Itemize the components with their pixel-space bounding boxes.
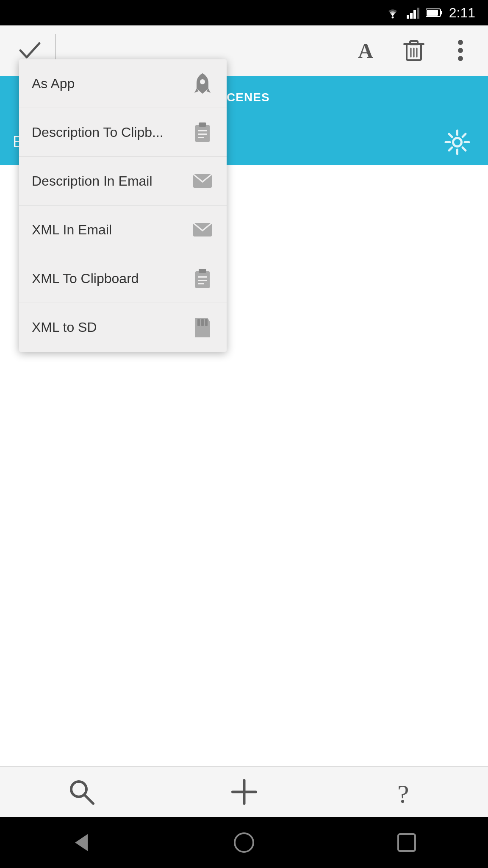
menu-item-as-app-label: As App [32,76,191,92]
help-button[interactable]: ? [385,771,428,813]
add-button[interactable] [223,771,265,813]
status-time: 2:11 [449,5,475,21]
svg-line-25 [463,134,466,137]
svg-rect-40 [197,319,200,326]
delete-button[interactable] [399,36,429,66]
svg-rect-30 [198,130,207,131]
menu-item-xml-clipboard-label: XML To Clipboard [32,271,191,287]
wifi-icon [385,7,400,19]
svg-rect-50 [398,834,415,851]
svg-rect-3 [413,10,416,19]
add-icon [230,778,258,806]
menu-item-xml-sd-label: XML to SD [32,320,191,335]
back-icon [71,832,92,853]
nav-bar [0,817,488,868]
svg-rect-41 [201,319,204,326]
font-button[interactable]: A [352,36,382,66]
svg-rect-38 [198,280,207,281]
svg-rect-4 [417,8,419,19]
trash-icon [403,39,424,62]
rocket-icon [191,72,214,95]
sd-card-icon [191,316,214,339]
svg-marker-48 [75,834,88,851]
search-icon [68,778,95,806]
font-icon: A [356,39,379,62]
bottom-bar: ? [0,766,488,817]
check-icon [18,39,42,62]
svg-line-44 [85,795,93,804]
email-icon-1 [191,170,214,193]
recent-icon [397,833,416,852]
svg-line-24 [463,147,466,150]
gear-button[interactable] [444,128,471,156]
svg-rect-29 [199,122,206,127]
dropdown-menu: As App Description To Clipb... Descripti… [19,59,227,352]
search-button[interactable] [60,771,103,813]
toolbar-icons: A [352,36,475,66]
more-options-button[interactable] [446,36,475,66]
menu-item-xml-clipboard[interactable]: XML To Clipboard [19,254,227,303]
svg-point-15 [458,40,463,45]
svg-text:A: A [358,39,373,62]
menu-item-desc-email[interactable]: Description In Email [19,157,227,206]
home-icon [233,832,255,853]
svg-point-0 [391,17,394,19]
svg-point-27 [200,79,205,84]
svg-line-23 [449,134,452,137]
svg-rect-7 [427,10,438,16]
status-icons: 2:11 [385,5,475,21]
svg-rect-42 [205,319,208,326]
signal-icon [407,7,419,19]
svg-text:?: ? [397,779,409,806]
menu-item-desc-clipboard[interactable]: Description To Clipb... [19,108,227,157]
svg-rect-31 [198,134,207,135]
svg-rect-39 [198,283,204,284]
menu-item-xml-sd[interactable]: XML to SD [19,303,227,352]
clipboard-icon-1 [191,121,214,144]
home-button[interactable] [227,826,261,860]
svg-point-17 [458,56,463,61]
clipboard-icon-2 [191,267,214,290]
svg-point-49 [235,833,253,852]
back-button[interactable] [64,826,98,860]
menu-item-xml-email-label: XML In Email [32,222,191,238]
svg-rect-6 [441,11,442,14]
svg-rect-2 [410,13,413,19]
svg-line-26 [449,147,452,150]
menu-item-xml-email[interactable]: XML In Email [19,206,227,254]
svg-rect-1 [407,15,409,19]
status-bar: 2:11 [0,0,488,25]
svg-rect-37 [198,276,207,278]
battery-icon [426,8,443,17]
help-icon: ? [395,778,419,806]
svg-rect-11 [410,41,418,45]
menu-item-desc-clipboard-label: Description To Clipb... [32,125,191,140]
recent-apps-button[interactable] [390,826,424,860]
svg-point-18 [453,138,462,146]
svg-rect-36 [199,269,206,273]
menu-item-desc-email-label: Description In Email [32,173,191,189]
svg-rect-32 [198,137,204,138]
menu-item-as-app[interactable]: As App [19,59,227,108]
gear-icon [444,128,471,156]
email-icon-2 [191,218,214,242]
svg-point-16 [458,48,463,53]
more-icon [458,39,463,62]
